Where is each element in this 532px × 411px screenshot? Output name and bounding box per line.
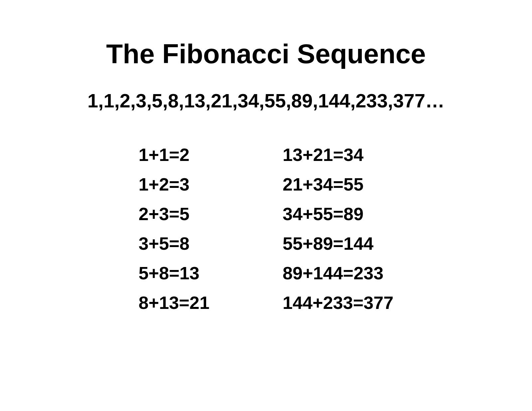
slide-title: The Fibonacci Sequence <box>0 38 532 69</box>
equation: 8+13=21 <box>139 288 209 318</box>
equation: 89+144=233 <box>283 258 393 288</box>
equations-column-right: 13+21=34 21+34=55 34+55=89 55+89=144 89+… <box>283 140 393 318</box>
equation: 34+55=89 <box>283 199 393 229</box>
equation: 1+1=2 <box>139 140 209 170</box>
equation: 2+3=5 <box>139 199 209 229</box>
equations-column-left: 1+1=2 1+2=3 2+3=5 3+5=8 5+8=13 8+13=21 <box>139 140 209 318</box>
equation: 5+8=13 <box>139 258 209 288</box>
equation: 21+34=55 <box>283 170 393 199</box>
equation: 55+89=144 <box>283 229 393 258</box>
equation: 144+233=377 <box>283 288 393 318</box>
equation: 1+2=3 <box>139 170 209 199</box>
slide-container: The Fibonacci Sequence 1,1,2,3,5,8,13,21… <box>0 0 532 411</box>
fibonacci-sequence: 1,1,2,3,5,8,13,21,34,55,89,144,233,377… <box>0 89 532 112</box>
equation: 3+5=8 <box>139 229 209 258</box>
equation: 13+21=34 <box>283 140 393 170</box>
equations-columns: 1+1=2 1+2=3 2+3=5 3+5=8 5+8=13 8+13=21 1… <box>0 140 532 318</box>
